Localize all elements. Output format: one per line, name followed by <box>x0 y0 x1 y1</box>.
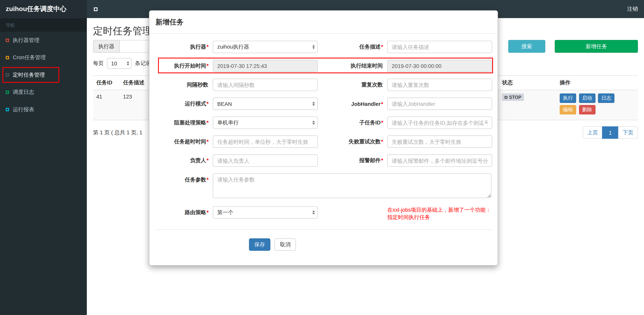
timeout-input[interactable] <box>213 135 318 148</box>
start-time-label: 执行开始时间* <box>156 62 213 70</box>
child-job-id-input[interactable] <box>387 117 492 129</box>
select-arrows-icon <box>312 45 315 49</box>
prev-page-button[interactable]: 上页 <box>583 126 602 139</box>
owner-label: 负责人* <box>156 157 213 164</box>
run-button[interactable]: 执行 <box>560 94 576 103</box>
feature-note: 在xxl-jobs项目的基础上，新增了一个功能： 指定时间执行任务 <box>387 206 494 221</box>
job-desc-label: 任务描述* <box>318 43 387 51</box>
cancel-button[interactable]: 取消 <box>274 238 296 251</box>
field-row-owner: 负责人* 报警邮件* <box>156 154 491 167</box>
edit-button[interactable]: 编辑 <box>560 105 576 115</box>
sidebar-item-timed-jobs[interactable]: 定时任务管理 <box>0 66 87 84</box>
square-icon <box>6 91 9 94</box>
feature-note-line1: 在xxl-jobs项目的基础上，新增了一个功能： <box>387 206 494 214</box>
status-badge-label: STOP <box>509 95 521 100</box>
current-page-button[interactable]: 1 <box>602 126 618 139</box>
route-strategy-label: 路由策略* <box>156 209 213 216</box>
delete-button[interactable]: 删除 <box>579 105 595 115</box>
square-icon <box>6 108 9 111</box>
save-button[interactable]: 保存 <box>249 238 270 251</box>
required-asterisk: * <box>381 119 383 126</box>
page-size-value: 10 <box>111 60 117 67</box>
logout-link[interactable]: 注销 <box>621 0 644 18</box>
page-size-select[interactable]: 10 <box>107 58 132 69</box>
pagination-info: 第 1 页 ( 总共 1 页, 1 <box>93 129 142 136</box>
add-job-button[interactable]: 新增任务 <box>555 40 638 53</box>
alarm-email-input[interactable] <box>387 154 492 167</box>
col-header-actions: 操作 <box>556 76 638 90</box>
cell-job-id: 41 <box>93 90 120 120</box>
block-strategy-label: 阻塞处理策略* <box>156 119 213 126</box>
route-strategy-select[interactable]: 第一个 <box>213 206 318 219</box>
field-row-exec-time: 执行开始时间* 执行结束时间 <box>156 60 491 72</box>
log-button[interactable]: 日志 <box>598 94 614 103</box>
interval-input[interactable] <box>213 79 318 91</box>
required-asterisk: * <box>381 138 383 145</box>
next-page-button[interactable]: 下页 <box>618 126 638 139</box>
app-viewport: zuihou任务调度中心 注销 导航 执行器管理 Cron任务管理 定时任务管理 <box>0 0 644 315</box>
sidebar-item-cron-jobs[interactable]: Cron任务管理 <box>0 49 87 66</box>
sidebar-item-label: 定时任务管理 <box>13 71 45 79</box>
select-value: 第一个 <box>217 209 234 216</box>
start-time-input[interactable] <box>213 60 318 72</box>
required-asterisk: * <box>206 63 209 69</box>
sidebar-toggle-button[interactable] <box>87 0 105 18</box>
brand-logo: zuihou任务调度中心 <box>0 0 87 18</box>
per-page-suffix: 条记录 <box>135 60 151 67</box>
required-asterisk: * <box>206 44 209 50</box>
required-asterisk: * <box>206 177 209 183</box>
required-asterisk: * <box>206 138 209 145</box>
field-row-executor: 执行器* zuihou执行器 任务描述* <box>156 41 491 53</box>
sidebar-item-label: 执行器管理 <box>13 37 40 44</box>
jobhandler-input[interactable] <box>387 98 492 110</box>
field-row-job-params: 任务参数* <box>156 173 491 198</box>
required-asterisk: * <box>381 101 383 107</box>
select-arrows-icon <box>127 61 129 65</box>
repeat-count-label: 重复次数 <box>318 81 387 88</box>
executor-label: 执行器* <box>156 43 213 51</box>
select-value: 单机串行 <box>217 119 239 126</box>
sidebar: 导航 执行器管理 Cron任务管理 定时任务管理 调度日志 运行报表 <box>0 18 87 315</box>
start-button[interactable]: 启动 <box>579 94 595 103</box>
job-params-textarea[interactable] <box>213 173 492 198</box>
owner-input[interactable] <box>213 154 318 167</box>
select-value: BEAN <box>217 101 232 107</box>
block-strategy-select[interactable]: 单机串行 <box>213 117 318 129</box>
field-row-interval: 间隔秒数 重复次数 <box>156 79 491 91</box>
retry-count-input[interactable] <box>387 135 492 148</box>
col-header-job-id: 任务ID <box>93 76 120 90</box>
add-job-modal: 新增任务 执行器* zuihou执行器 任务描述* <box>149 10 498 265</box>
repeat-count-input[interactable] <box>387 79 492 91</box>
sidebar-item-run-reports[interactable]: 运行报表 <box>0 101 87 118</box>
sidebar-item-executor-manage[interactable]: 执行器管理 <box>0 32 87 49</box>
required-asterisk: * <box>206 209 209 215</box>
pager: 上页 1 下页 <box>583 126 638 139</box>
sidebar-item-dispatch-logs[interactable]: 调度日志 <box>0 84 87 101</box>
executor-filter-label: 执行器 <box>93 40 120 53</box>
modal-body: 执行器* zuihou执行器 任务描述* 执行开始时间* <box>149 34 498 250</box>
col-header-status: 状态 <box>499 76 556 90</box>
search-button[interactable]: 搜索 <box>508 40 545 53</box>
modal-title: 新增任务 <box>156 18 184 26</box>
modal-footer: 保存 取消 <box>249 238 491 251</box>
field-row-route-strategy: 路由策略* 第一个 在xxl-jobs项目的基础上，新增了一个功能： 指定时间执… <box>156 204 491 221</box>
feature-note-line2: 指定时间执行任务 <box>387 214 494 221</box>
select-arrows-icon <box>312 102 315 106</box>
square-icon <box>6 73 9 77</box>
child-job-id-label: 子任务ID* <box>318 119 387 126</box>
end-time-input[interactable] <box>387 60 492 72</box>
cell-actions: 执行 启动 日志 编辑 删除 <box>556 90 638 120</box>
timeout-label: 任务超时时间* <box>156 138 213 145</box>
sidebar-item-label: 运行报表 <box>13 106 34 113</box>
executor-select[interactable]: zuihou执行器 <box>213 41 318 53</box>
select-arrows-icon <box>312 210 315 214</box>
job-desc-input[interactable] <box>387 41 492 53</box>
per-page-prefix: 每页 <box>93 60 104 67</box>
run-mode-select[interactable]: BEAN <box>213 98 318 110</box>
required-asterisk: * <box>206 157 209 163</box>
status-badge: STOP <box>502 94 524 101</box>
sidebar-item-label: 调度日志 <box>13 89 34 96</box>
select-value: zuihou执行器 <box>217 43 249 51</box>
field-row-run-mode: 运行模式* BEAN JobHandler* <box>156 98 491 110</box>
field-row-block-strategy: 阻塞处理策略* 单机串行 子任务ID* <box>156 117 491 129</box>
